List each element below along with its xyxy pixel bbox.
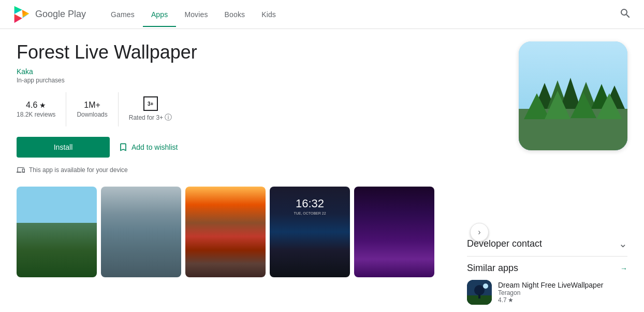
rating-box-icon: 3+: [143, 96, 158, 111]
rating-star: ★: [39, 101, 46, 109]
see-more-arrow-icon: →: [620, 264, 627, 273]
screenshots-container: 16:32 TUE, OCTOBER 22: [17, 187, 434, 277]
developer-contact-label: Developer contact: [467, 238, 542, 249]
google-play-logo[interactable]: Google Play: [12, 5, 86, 24]
screenshot-2[interactable]: [101, 187, 181, 277]
play-logo-icon: [12, 5, 31, 24]
svg-marker-0: [14, 6, 22, 13]
rated-value: 3+: [143, 96, 158, 112]
device-note: This app is available for your device: [17, 166, 487, 174]
wishlist-label: Add to wishlist: [131, 143, 178, 151]
downloads-block: 1M+ Downloads: [66, 92, 118, 126]
app-icon: [519, 41, 627, 150]
nav-games[interactable]: Games: [103, 2, 143, 27]
see-more-button[interactable]: →: [620, 264, 627, 273]
svg-marker-2: [22, 10, 30, 17]
rating-number: 4.6: [26, 101, 37, 110]
stats-row: 4.6 ★ 18.2K reviews 1M+ Downloads 3+: [17, 92, 487, 126]
similar-app-star-icon: ★: [508, 296, 514, 304]
svg-point-18: [474, 285, 485, 295]
downloads-value: 1M+: [84, 101, 100, 110]
similar-app-icon: [467, 280, 492, 305]
rating-block: 4.6 ★ 18.2K reviews: [17, 92, 66, 126]
developer-contact-section[interactable]: Developer contact ⌄: [467, 231, 627, 257]
nav-movies[interactable]: Movies: [176, 2, 216, 27]
search-icon: [619, 7, 632, 20]
nav-apps[interactable]: Apps: [143, 2, 176, 27]
similar-apps-label: Similar apps: [467, 263, 518, 274]
wishlist-icon: [118, 142, 128, 152]
svg-point-20: [483, 283, 488, 289]
actions-row: Install Add to wishlist: [17, 137, 487, 158]
rated-label: Rated for 3+ ⓘ: [129, 113, 172, 122]
app-title: Forest Live Wallpaper: [17, 41, 487, 63]
search-button[interactable]: [619, 7, 632, 22]
rating-value: 4.6 ★: [26, 101, 46, 110]
screenshot-1[interactable]: [17, 187, 97, 277]
similar-app-developer: Teragon: [498, 289, 603, 296]
screenshot-3[interactable]: [185, 187, 266, 277]
nav-books[interactable]: Books: [216, 2, 254, 27]
screenshots-section: 16:32 TUE, OCTOBER 22 ›: [17, 187, 487, 277]
svg-marker-1: [14, 14, 22, 23]
header: Google Play Games Apps Movies Books Kids: [0, 0, 644, 29]
similar-app-item[interactable]: Dream Night Free LiveWallpaper Teragon 4…: [467, 278, 627, 307]
app-details: Forest Live Wallpaper Kaka In-app purcha…: [17, 41, 487, 277]
info-icon[interactable]: ⓘ: [165, 113, 172, 121]
device-note-text: This app is available for your device: [29, 166, 128, 174]
similar-apps-header: Similar apps →: [467, 257, 627, 278]
side-panel-lower: Developer contact ⌄ Similar apps →: [467, 231, 627, 307]
app-icon-image: [519, 41, 627, 150]
reviews-label: 18.2K reviews: [17, 111, 55, 118]
developer-link[interactable]: Kaka: [17, 67, 487, 76]
in-app-purchases-label: In-app purchases: [17, 77, 487, 84]
logo-text: Google Play: [35, 9, 86, 20]
svg-rect-19: [478, 294, 480, 299]
main-nav: Games Apps Movies Books Kids: [103, 2, 619, 27]
add-to-wishlist-button[interactable]: Add to wishlist: [118, 142, 178, 152]
similar-app-info: Dream Night Free LiveWallpaper Teragon 4…: [498, 281, 603, 304]
rating-age-block: 3+ Rated for 3+ ⓘ: [119, 92, 183, 126]
screenshot-5[interactable]: [354, 187, 434, 277]
screenshot-4[interactable]: 16:32 TUE, OCTOBER 22: [270, 187, 350, 277]
similar-app-name: Dream Night Free LiveWallpaper: [498, 281, 603, 289]
device-icon: [17, 166, 25, 174]
similar-app-icon-image: [467, 280, 492, 305]
downloads-label: Downloads: [77, 111, 107, 118]
app-icon-svg: [519, 41, 627, 150]
chevron-down-icon: ⌄: [619, 237, 627, 250]
nav-kids[interactable]: Kids: [253, 2, 284, 27]
similar-app-rating: 4.7 ★: [498, 296, 603, 304]
install-button[interactable]: Install: [17, 137, 110, 158]
